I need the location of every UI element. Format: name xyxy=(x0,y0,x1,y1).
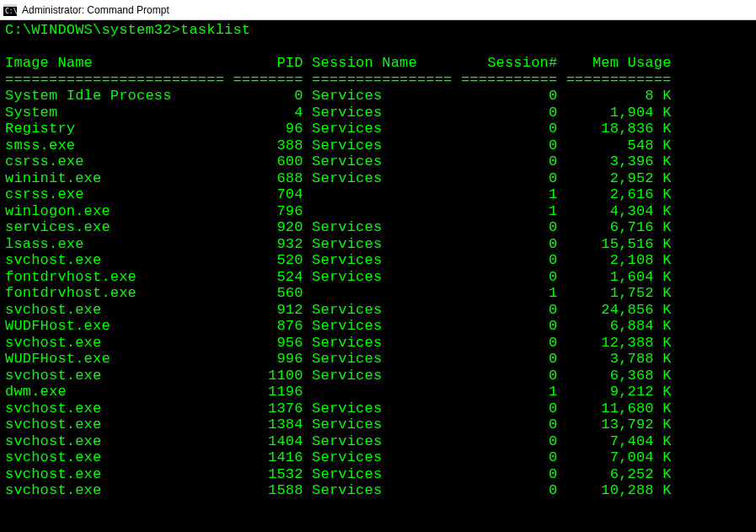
cell-session-name: Services xyxy=(312,482,452,498)
cell-session-name xyxy=(312,384,452,400)
cell-session-name: Services xyxy=(312,121,452,137)
cell-mem-usage: 6,368 K xyxy=(566,368,672,384)
cell-image-name: svchost.exe xyxy=(5,335,224,351)
cell-image-name: Registry xyxy=(5,121,224,137)
cell-image-name: winlogon.exe xyxy=(5,203,224,219)
cell-pid: 1532 xyxy=(233,466,303,482)
cell-session-name: Services xyxy=(312,351,452,367)
cell-pid: 600 xyxy=(233,153,303,169)
cell-session-name xyxy=(312,203,452,219)
table-row: System Idle Process 0 Services 0 8 K xyxy=(5,88,751,105)
table-row: svchost.exe 520 Services 0 2,108 K xyxy=(5,252,751,269)
cell-image-name: svchost.exe xyxy=(5,302,224,318)
cell-image-name: svchost.exe xyxy=(5,416,224,433)
cell-pid: 520 xyxy=(233,252,303,268)
cell-image-name: System Idle Process xyxy=(5,88,224,104)
cell-session-num: 0 xyxy=(461,269,557,285)
cell-mem-usage: 12,388 K xyxy=(566,335,672,351)
cell-pid: 996 xyxy=(233,351,303,367)
cell-session-name: Services xyxy=(312,466,452,482)
cell-mem-usage: 18,836 K xyxy=(566,121,672,137)
cell-pid: 1404 xyxy=(233,433,303,449)
cell-pid: 956 xyxy=(233,335,303,351)
cell-session-num: 0 xyxy=(461,335,557,351)
cell-image-name: dwm.exe xyxy=(5,384,224,400)
cell-session-num: 0 xyxy=(461,88,557,104)
cell-session-name: Services xyxy=(312,318,452,334)
titlebar[interactable]: C:\ Administrator: Command Prompt xyxy=(0,0,756,20)
table-row: wininit.exe 688 Services 0 2,952 K xyxy=(5,170,751,187)
cell-session-name: Services xyxy=(312,368,452,384)
table-row: svchost.exe 1532 Services 0 6,252 K xyxy=(5,466,751,483)
cell-image-name: wininit.exe xyxy=(5,170,224,186)
cell-pid: 1376 xyxy=(233,400,303,416)
cell-image-name: svchost.exe xyxy=(5,252,224,268)
cell-image-name: fontdrvhost.exe xyxy=(5,269,224,285)
cell-image-name: lsass.exe xyxy=(5,236,224,252)
prompt-line: C:\WINDOWS\system32>tasklist xyxy=(5,22,751,39)
table-row: svchost.exe 1416 Services 0 7,004 K xyxy=(5,449,751,466)
cell-mem-usage: 13,792 K xyxy=(566,416,672,433)
cell-session-name: Services xyxy=(312,433,452,449)
cell-session-num: 0 xyxy=(461,449,557,465)
cell-image-name: svchost.exe xyxy=(5,368,224,384)
col-header-image-name: Image Name xyxy=(5,55,224,71)
cell-session-num: 0 xyxy=(461,482,557,498)
table-row: smss.exe 388 Services 0 548 K xyxy=(5,137,751,154)
table-row: fontdrvhost.exe 560 1 1,752 K xyxy=(5,285,751,302)
svg-rect-1 xyxy=(3,4,17,7)
cell-pid: 96 xyxy=(233,121,303,137)
cell-pid: 524 xyxy=(233,269,303,285)
cell-mem-usage: 7,404 K xyxy=(566,433,672,449)
cell-session-num: 0 xyxy=(461,252,557,268)
cell-pid: 704 xyxy=(233,186,303,202)
cell-session-name: Services xyxy=(312,302,452,318)
table-row: System 4 Services 0 1,904 K xyxy=(5,105,751,121)
cell-session-name: Services xyxy=(312,153,452,169)
table-row: svchost.exe 1100 Services 0 6,368 K xyxy=(5,368,751,384)
terminal-area[interactable]: C:\WINDOWS\system32>tasklistImage Name P… xyxy=(0,20,756,532)
cell-mem-usage: 6,252 K xyxy=(566,466,672,482)
table-row: services.exe 920 Services 0 6,716 K xyxy=(5,219,751,236)
cell-mem-usage: 6,716 K xyxy=(566,219,672,235)
col-header-mem-usage: Mem Usage xyxy=(566,55,672,71)
cell-mem-usage: 6,884 K xyxy=(566,318,672,334)
table-row: svchost.exe 912 Services 0 24,856 K xyxy=(5,302,751,319)
cell-mem-usage: 10,288 K xyxy=(566,482,672,498)
col-header-session-name: Session Name xyxy=(312,55,452,71)
table-row: csrss.exe 600 Services 0 3,396 K xyxy=(5,153,751,170)
cell-mem-usage: 2,952 K xyxy=(566,170,672,186)
cell-session-name: Services xyxy=(312,236,452,252)
cell-session-num: 0 xyxy=(461,105,557,121)
cell-mem-usage: 2,108 K xyxy=(566,252,672,268)
cell-session-num: 0 xyxy=(461,400,557,416)
cell-image-name: System xyxy=(5,105,224,121)
cell-session-name: Services xyxy=(312,400,452,416)
table-row: svchost.exe 1384 Services 0 13,792 K xyxy=(5,416,751,433)
cell-pid: 1196 xyxy=(233,384,303,400)
cell-image-name: svchost.exe xyxy=(5,449,224,465)
cell-pid: 388 xyxy=(233,137,303,153)
cell-session-num: 1 xyxy=(461,186,557,202)
cell-pid: 0 xyxy=(233,88,303,104)
cell-session-num: 0 xyxy=(461,351,557,367)
window: C:\ Administrator: Command Prompt C:\WIN… xyxy=(0,0,756,532)
command-text: tasklist xyxy=(180,22,250,38)
table-row: WUDFHost.exe 996 Services 0 3,788 K xyxy=(5,351,751,368)
cell-mem-usage: 15,516 K xyxy=(566,236,672,252)
cell-image-name: WUDFHost.exe xyxy=(5,351,224,367)
cell-pid: 920 xyxy=(233,219,303,235)
cell-session-name: Services xyxy=(312,269,452,285)
cell-session-name: Services xyxy=(312,88,452,104)
cell-session-num: 0 xyxy=(461,219,557,235)
table-row: Registry 96 Services 0 18,836 K xyxy=(5,121,751,137)
cell-pid: 1100 xyxy=(233,368,303,384)
table-row: svchost.exe 1588 Services 0 10,288 K xyxy=(5,482,751,499)
cell-image-name: csrss.exe xyxy=(5,153,224,169)
table-row: svchost.exe 956 Services 0 12,388 K xyxy=(5,335,751,352)
cell-session-num: 0 xyxy=(461,170,557,186)
cell-image-name: svchost.exe xyxy=(5,400,224,416)
cell-mem-usage: 3,788 K xyxy=(566,351,672,367)
svg-text:C:\: C:\ xyxy=(5,8,17,15)
cell-mem-usage: 548 K xyxy=(566,137,672,153)
